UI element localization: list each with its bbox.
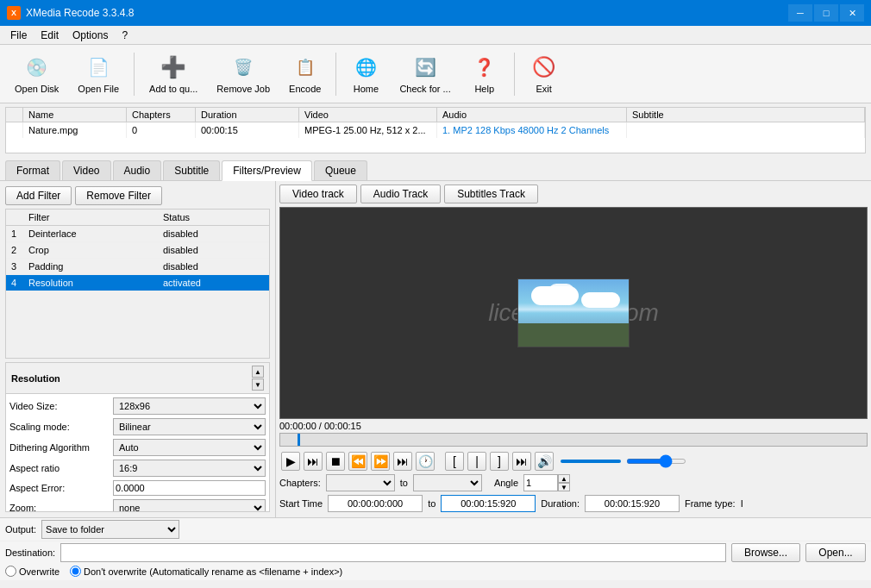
volume-button[interactable]: 🔊 [535, 452, 554, 471]
prop-zoom: Zoom: none25%50%75%100% [9, 499, 266, 512]
go-to-out-button[interactable]: ⏭ [512, 452, 531, 471]
chapters-to-select[interactable] [413, 474, 482, 491]
frametype-value: I [741, 498, 743, 509]
open-disk-button[interactable]: 💿 Open Disk [7, 49, 66, 99]
scaling-mode-label: Scaling mode: [9, 422, 113, 432]
file-list: Name Chapters Duration Video Audio Subti… [5, 107, 866, 153]
zoom-select[interactable]: none25%50%75%100% [113, 499, 266, 512]
video-size-select[interactable]: 128x96160x120176x144 [113, 397, 266, 415]
destination-input[interactable]: C:\Users\Ron\Videos [60, 543, 726, 562]
volume-slider[interactable] [561, 460, 621, 463]
check-updates-button[interactable]: 🔄 Check for ... [392, 49, 458, 99]
row-video: MPEG-1 25.00 Hz, 512 x 2... [299, 122, 437, 138]
angle-label: Angle [494, 478, 518, 488]
toolbar-sep-2 [335, 53, 336, 96]
play-button[interactable]: ▶ [281, 452, 300, 471]
encode-button[interactable]: 📋 Encode [281, 49, 329, 99]
dithering-select[interactable]: AutoNoneBayer [113, 439, 266, 456]
volume-range[interactable] [626, 459, 686, 464]
remove-job-button[interactable]: 🗑️ Remove Job [209, 49, 278, 99]
exit-button[interactable]: 🚫 Exit [522, 49, 567, 99]
minimize-button[interactable]: ─ [788, 4, 812, 22]
remove-filter-button[interactable]: Remove Filter [75, 186, 162, 205]
titlebar: X XMedia Recode 3.3.4.8 ─ □ ✕ [0, 0, 871, 26]
filter-row-padding[interactable]: 3 Padding disabled [6, 259, 269, 275]
mark-in-button[interactable]: [ [445, 452, 464, 471]
tab-video[interactable]: Video [62, 160, 110, 180]
add-queue-button[interactable]: ➕ Add to qu... [141, 49, 205, 99]
encode-label: Encode [289, 84, 321, 94]
go-to-mark-button[interactable]: | [467, 452, 486, 471]
angle-up-button[interactable]: ▲ [558, 474, 570, 483]
output-row: Output: Save to folder Save to source fo… [0, 517, 871, 541]
prop-video-size: Video Size: 128x96160x120176x144 [9, 397, 266, 415]
help-button[interactable]: ❓ Help [462, 49, 507, 99]
tab-format[interactable]: Format [5, 160, 60, 180]
fast-forward-button[interactable]: ⏩ [371, 452, 390, 471]
row-index [6, 122, 23, 138]
home-button[interactable]: 🌐 Home [343, 49, 388, 99]
col-chapters: Chapters [127, 108, 196, 122]
scroll-up-btn[interactable]: ▲ [252, 366, 264, 378]
next-chapter-button[interactable]: ⏭ [304, 452, 323, 471]
menubar: File Edit Options ? [0, 26, 871, 45]
filter-table: Filter Status 1 Deinterlace disabled 2 C… [5, 209, 270, 359]
col-name: Name [23, 108, 127, 122]
scaling-mode-select[interactable]: BilinearBicubicLanczos [113, 418, 266, 435]
help-label: Help [474, 84, 494, 94]
overwrite-option[interactable]: Overwrite [5, 566, 60, 577]
tab-queue[interactable]: Queue [314, 160, 367, 180]
audio-track-button[interactable]: Audio Track [360, 185, 441, 203]
add-filter-button[interactable]: Add Filter [5, 186, 72, 205]
start-time-input[interactable] [328, 495, 423, 512]
file-row[interactable]: Nature.mpg 0 00:00:15 MPEG-1 25.00 Hz, 5… [6, 122, 865, 138]
open-file-button[interactable]: 📄 Open File [70, 49, 127, 99]
right-panel: Video track Audio Track Subtitles Track … [276, 181, 871, 517]
remove-job-icon: 🗑️ [229, 53, 257, 81]
angle-input[interactable] [523, 474, 558, 491]
subtitles-track-button[interactable]: Subtitles Track [444, 185, 538, 203]
dont-overwrite-option[interactable]: Don't overwrite (Automatically rename as… [70, 566, 342, 577]
step-forward-button[interactable]: ⏭ [393, 452, 412, 471]
tab-filters-preview[interactable]: Filters/Preview [222, 160, 312, 181]
menu-file[interactable]: File [3, 28, 34, 43]
menu-help[interactable]: ? [115, 28, 135, 43]
overwrite-radio[interactable] [5, 566, 16, 577]
timer-button[interactable]: 🕐 [416, 452, 435, 471]
home-label: Home [354, 84, 379, 94]
angle-down-button[interactable]: ▼ [558, 483, 570, 491]
overwrite-row: Overwrite Don't overwrite (Automatically… [0, 564, 871, 580]
maximize-button[interactable]: □ [814, 4, 838, 22]
filter-row-deinterlace[interactable]: 1 Deinterlace disabled [6, 226, 269, 242]
filter-row-crop[interactable]: 2 Crop disabled [6, 242, 269, 259]
stop-button[interactable]: ⏹ [326, 452, 345, 471]
exit-label: Exit [536, 84, 552, 94]
scroll-down-btn[interactable]: ▼ [252, 378, 264, 391]
dont-overwrite-radio[interactable] [70, 566, 81, 577]
video-track-button[interactable]: Video track [279, 185, 357, 203]
col-index [6, 108, 23, 122]
output-label: Output: [5, 524, 36, 535]
menu-edit[interactable]: Edit [34, 28, 66, 43]
filter-col-num [6, 210, 23, 226]
menu-options[interactable]: Options [66, 28, 115, 43]
col-subtitle: Subtitle [627, 108, 865, 122]
output-select[interactable]: Save to folder Save to source folder [41, 520, 179, 539]
filter-row-resolution[interactable]: 4 Resolution activated [6, 275, 269, 291]
tab-subtitle[interactable]: Subtitle [163, 160, 220, 180]
props-title: Resolution [11, 373, 252, 384]
mark-out-button[interactable]: ] [490, 452, 509, 471]
chapters-from-select[interactable] [326, 474, 395, 491]
home-icon: 🌐 [352, 53, 379, 81]
rewind-button[interactable]: ⏪ [348, 452, 367, 471]
duration-input[interactable] [585, 495, 680, 512]
filter-buttons: Add Filter Remove Filter [5, 186, 270, 205]
end-time-input[interactable] [441, 495, 536, 512]
aspect-ratio-select[interactable]: 16:94:31:1Auto [113, 460, 266, 477]
open-button[interactable]: Open... [805, 543, 866, 562]
close-button[interactable]: ✕ [840, 4, 864, 22]
aspect-error-input[interactable] [113, 480, 266, 496]
browse-button[interactable]: Browse... [731, 543, 800, 562]
col-duration: Duration [196, 108, 299, 122]
tab-audio[interactable]: Audio [113, 160, 162, 180]
